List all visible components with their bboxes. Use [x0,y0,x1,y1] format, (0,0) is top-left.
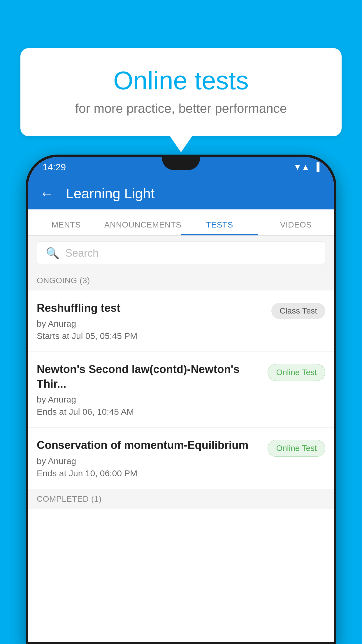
test-item[interactable]: Reshuffling test by Anurag Starts at Jul… [28,290,334,352]
search-input[interactable]: Search [65,247,99,259]
completed-section-header: COMPLETED (1) [28,489,334,509]
notch [162,157,200,170]
test-badge: Class Test [271,303,325,319]
status-icons: ▼▲ ▐ [294,162,319,172]
back-button[interactable]: ← [40,185,54,202]
test-info: Reshuffling test by Anurag Starts at Jul… [37,301,266,341]
search-container: 🔍 Search [28,236,334,271]
test-author: by Anurag [37,319,266,329]
status-time: 14:29 [43,162,66,173]
phone-frame: 14:29 ▼▲ ▐ ← Learning Light MENTS ANNOUN… [26,155,336,644]
test-time: Ends at Jun 10, 06:00 PM [37,468,262,478]
search-box[interactable]: 🔍 Search [37,242,325,265]
search-icon: 🔍 [46,247,59,260]
wifi-icon: ▼▲ [294,162,310,172]
test-badge: Online Test [268,364,325,381]
tab-ments[interactable]: MENTS [28,220,104,235]
test-info: Newton's Second law(contd)-Newton's Thir… [37,362,262,417]
battery-icon: ▐ [314,162,319,172]
tab-tests[interactable]: TESTS [181,220,258,235]
test-item[interactable]: Conservation of momentum-Equilibrium by … [28,428,334,489]
test-list: Reshuffling test by Anurag Starts at Jul… [28,290,334,489]
test-name: Newton's Second law(contd)-Newton's Thir… [37,362,262,391]
test-author: by Anurag [37,395,262,405]
test-name: Conservation of momentum-Equilibrium [37,438,262,452]
tab-announcements[interactable]: ANNOUNCEMENTS [104,220,182,235]
test-time: Starts at Jul 05, 05:45 PM [37,331,266,341]
bubble-title: Online tests [44,66,318,95]
bubble-subtitle: for more practice, better performance [44,101,318,116]
app-title: Learning Light [66,186,154,202]
speech-bubble: Online tests for more practice, better p… [20,48,342,136]
ongoing-section-header: ONGOING (3) [28,271,334,290]
test-item[interactable]: Newton's Second law(contd)-Newton's Thir… [28,352,334,428]
tab-videos[interactable]: VIDEOS [258,220,334,235]
test-author: by Anurag [37,456,262,466]
test-name: Reshuffling test [37,301,266,315]
test-time: Ends at Jul 06, 10:45 AM [37,407,262,417]
tab-bar: MENTS ANNOUNCEMENTS TESTS VIDEOS [28,209,334,236]
app-bar: ← Learning Light [28,177,334,209]
phone-inner: 14:29 ▼▲ ▐ ← Learning Light MENTS ANNOUN… [28,157,334,642]
status-bar: 14:29 ▼▲ ▐ [28,157,334,177]
test-badge: Online Test [268,440,325,457]
test-info: Conservation of momentum-Equilibrium by … [37,438,262,478]
